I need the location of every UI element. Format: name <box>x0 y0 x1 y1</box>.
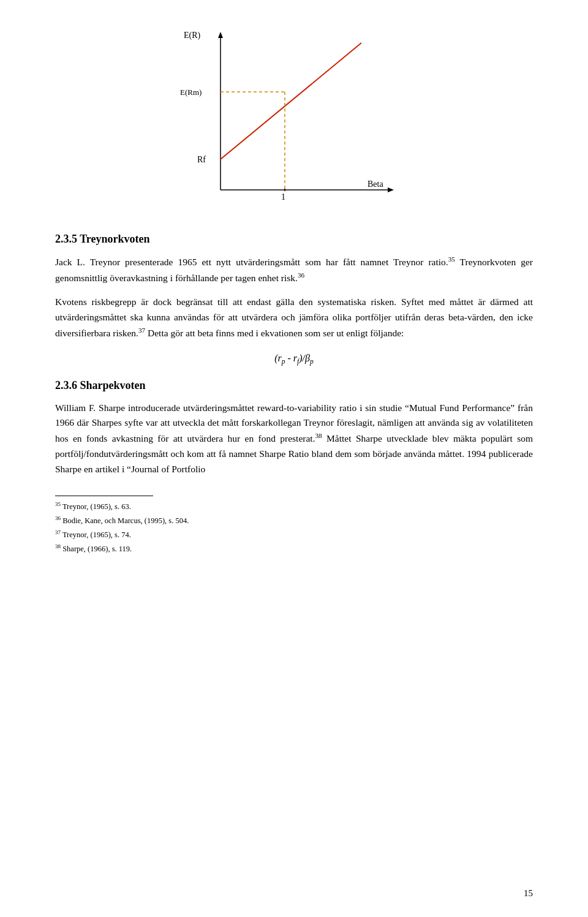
svg-line-4 <box>221 43 361 159</box>
erm-label: E(Rm) <box>180 88 202 97</box>
svg-marker-2 <box>218 32 223 38</box>
sml-chart: E(R) E(Rm) Rf Beta 1 <box>178 25 410 214</box>
footnote-ref-36: 36 <box>298 271 304 279</box>
footnote-separator <box>55 496 153 496</box>
page: E(R) E(Rm) Rf Beta 1 2.3.5 Treynorkvoten… <box>0 0 588 917</box>
footnote-35: 35 Treynor, (1965), s. 63. <box>55 500 533 513</box>
page-number: 15 <box>524 888 533 899</box>
er-label: E(R) <box>184 31 201 40</box>
chart-container: E(R) E(Rm) Rf Beta 1 <box>55 25 533 214</box>
footnote-ref-37: 37 <box>138 326 145 334</box>
rf-label: Rf <box>197 155 206 164</box>
footnotes-section: 35 Treynor, (1965), s. 63. 36 Bodie, Kan… <box>55 500 533 556</box>
footnote-36: 36 Bodie, Kane, och Marcus, (1995), s. 5… <box>55 514 533 527</box>
section-235-para2: Kvotens riskbegrepp är dock begränsat ti… <box>55 295 533 341</box>
footnote-38: 38 Sharpe, (1966), s. 119. <box>55 542 533 555</box>
beta-label: Beta <box>368 179 383 189</box>
section-236-heading: 2.3.6 Sharpekvoten <box>55 379 533 392</box>
section-236-para1: William F. Sharpe introducerade utvärder… <box>55 401 533 477</box>
treynor-formula: (rp - rf)/βp <box>55 353 533 365</box>
footnote-ref-38: 38 <box>315 432 322 439</box>
footnote-37: 37 Treynor, (1965), s. 74. <box>55 528 533 541</box>
section-235-heading: 2.3.5 Treynorkvoten <box>55 233 533 246</box>
one-label: 1 <box>281 192 285 202</box>
section-235-para1: Jack L. Treynor presenterade 1965 ett ny… <box>55 254 533 286</box>
svg-marker-3 <box>388 187 394 192</box>
footnote-ref-35: 35 <box>448 255 455 263</box>
